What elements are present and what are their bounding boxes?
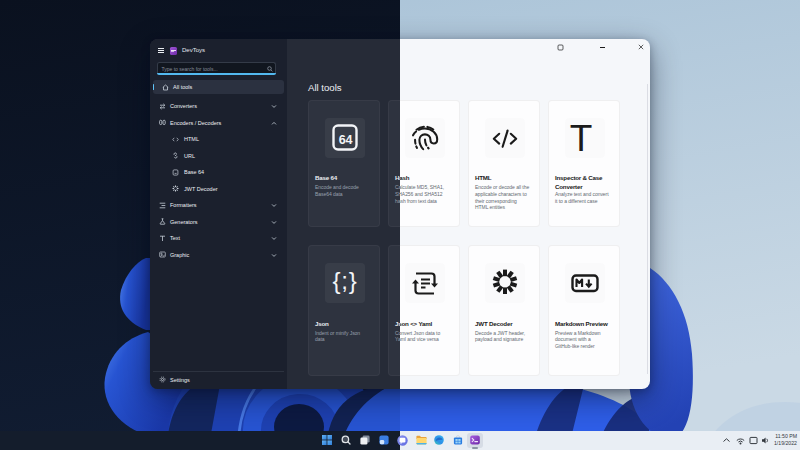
svg-text:64: 64 xyxy=(339,132,353,146)
svg-text:{;}: {;} xyxy=(332,267,357,294)
svg-text:T: T xyxy=(570,118,593,158)
